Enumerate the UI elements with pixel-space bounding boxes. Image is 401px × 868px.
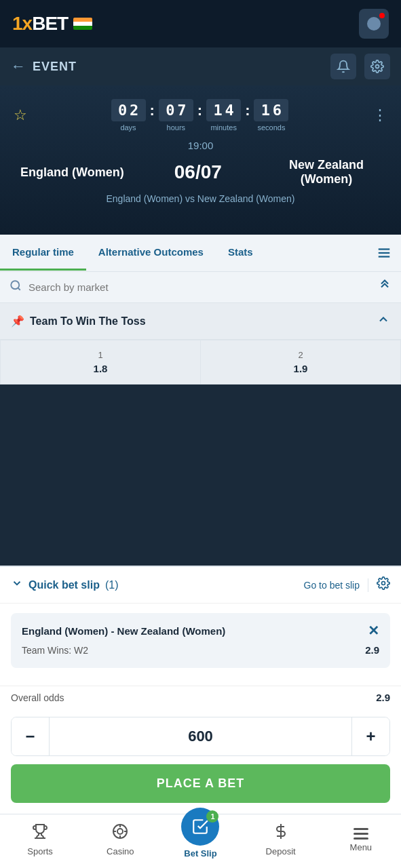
bet-match-name: England (Women) - New Zealand (Women) bbox=[22, 625, 225, 637]
bet-odds-value: 2.9 bbox=[365, 644, 379, 656]
collapse-icon[interactable] bbox=[378, 279, 392, 296]
hours-digit-2: 7 bbox=[177, 102, 187, 119]
bet-slip-actions: Go to bet slip bbox=[304, 576, 391, 593]
bell-button[interactable] bbox=[330, 54, 356, 79]
bet-slip-settings-icon[interactable] bbox=[377, 576, 390, 593]
banner-top-row: ☆ 0 2 days : 0 7 hours : 1 bbox=[14, 99, 387, 132]
svg-line-5 bbox=[18, 288, 20, 290]
search-bar bbox=[0, 272, 401, 303]
hours-digit-1: 0 bbox=[166, 102, 175, 119]
countdown-seconds: 1 6 seconds bbox=[254, 99, 288, 132]
stake-plus-button[interactable]: + bbox=[351, 717, 389, 755]
countdown: 0 2 days : 0 7 hours : 1 4 minutes bbox=[111, 99, 289, 132]
top-header: 1xBET bbox=[0, 0, 401, 47]
profile-button[interactable] bbox=[359, 9, 389, 39]
tab-stats[interactable]: Stats bbox=[216, 235, 265, 271]
team2-name: New Zealand (Women) bbox=[272, 158, 381, 186]
tabs-area: Regular time Alternative Outcomes Stats bbox=[0, 235, 401, 272]
match-banner: ☆ 0 2 days : 0 7 hours : 1 bbox=[0, 85, 401, 235]
notification-dot bbox=[379, 13, 385, 18]
market-collapse-icon[interactable] bbox=[377, 313, 390, 330]
sep1: : bbox=[150, 102, 155, 132]
event-header: ← EVENT bbox=[0, 47, 401, 85]
nav-menu[interactable]: Menu bbox=[337, 828, 385, 852]
remove-bet-button[interactable]: ✕ bbox=[368, 623, 379, 639]
nav-casino[interactable]: Casino bbox=[96, 823, 144, 856]
pin-icon: 📌 bbox=[11, 315, 24, 328]
market-name: Team To Win The Toss bbox=[30, 315, 146, 328]
overall-odds-row: Overall odds 2.9 bbox=[0, 686, 401, 709]
nav-deposit[interactable]: Deposit bbox=[257, 823, 305, 856]
match-teams: England (Women) 06/07 New Zealand (Women… bbox=[14, 158, 387, 186]
place-bet-button[interactable]: PLACE A BET bbox=[11, 764, 390, 803]
nav-sports[interactable]: Sports bbox=[16, 823, 64, 856]
odds-button-2[interactable]: 2 1.9 bbox=[200, 340, 401, 384]
match-subtitle: England (Women) vs New Zealand (Women) bbox=[14, 193, 387, 204]
days-digit-1: 0 bbox=[118, 102, 128, 119]
market-header: 📌 Team To Win The Toss bbox=[0, 303, 401, 340]
odds-button-1[interactable]: 1 1.8 bbox=[0, 340, 200, 384]
tabs-menu-icon[interactable] bbox=[367, 235, 401, 271]
bet-market-label: Team Wins: W2 bbox=[22, 645, 88, 656]
team1-name: England (Women) bbox=[20, 165, 124, 180]
minutes-digit-1: 1 bbox=[213, 102, 223, 119]
tab-regular-time[interactable]: Regular time bbox=[0, 235, 86, 271]
tabs-row: Regular time Alternative Outcomes Stats bbox=[0, 235, 401, 271]
stake-row: − + bbox=[11, 717, 390, 756]
divider bbox=[368, 578, 368, 592]
menu-icon bbox=[354, 828, 368, 840]
logo-area: 1xBET bbox=[12, 13, 92, 35]
nav-casino-label: Casino bbox=[107, 846, 134, 856]
bet-slip-toggle[interactable]: Quick bet slip (1) bbox=[11, 577, 118, 593]
match-time: 19:00 bbox=[14, 140, 387, 151]
overall-odds-label: Overall odds bbox=[11, 692, 64, 703]
quick-bet-slip: Quick bet slip (1) Go to bet slip Englan… bbox=[0, 566, 401, 814]
bottom-nav: Sports Casino 1 Bet Slip bbox=[0, 814, 401, 868]
svg-point-0 bbox=[376, 65, 379, 68]
market-odds-row: 1 1.8 2 1.9 bbox=[0, 340, 401, 384]
chevron-down-icon bbox=[11, 577, 23, 593]
event-title: EVENT bbox=[33, 60, 77, 74]
back-button[interactable]: ← EVENT bbox=[11, 58, 77, 75]
svg-point-4 bbox=[11, 281, 19, 289]
countdown-minutes: 1 4 minutes bbox=[206, 99, 241, 132]
flag-icon bbox=[73, 18, 92, 30]
hours-label: hours bbox=[167, 123, 186, 132]
bet-market-row: Team Wins: W2 2.9 bbox=[22, 644, 379, 656]
stake-minus-button[interactable]: − bbox=[12, 717, 50, 755]
nav-bet-slip-label: Bet Slip bbox=[184, 848, 216, 859]
back-arrow-icon: ← bbox=[11, 58, 26, 75]
days-digit-2: 2 bbox=[130, 102, 139, 119]
search-input[interactable] bbox=[28, 281, 371, 293]
sep2: : bbox=[197, 102, 202, 132]
search-icon bbox=[9, 279, 22, 295]
bet-slip-body: England (Women) - New Zealand (Women) ✕ … bbox=[0, 604, 401, 686]
market-section: 📌 Team To Win The Toss 1 1.8 2 1.9 bbox=[0, 303, 401, 384]
seconds-label: seconds bbox=[257, 123, 285, 132]
casino-icon bbox=[112, 823, 128, 844]
overall-odds-value: 2.9 bbox=[376, 692, 390, 703]
stake-input[interactable] bbox=[50, 718, 351, 755]
nav-menu-label: Menu bbox=[350, 842, 373, 852]
tab-alternative-outcomes[interactable]: Alternative Outcomes bbox=[86, 235, 216, 271]
go-to-bet-slip-link[interactable]: Go to bet slip bbox=[304, 580, 360, 591]
bet-count: (1) bbox=[105, 579, 119, 591]
trophy-icon bbox=[32, 823, 48, 844]
favorite-star-icon[interactable]: ☆ bbox=[14, 106, 27, 124]
countdown-hours: 0 7 hours bbox=[159, 99, 193, 132]
dollar-icon bbox=[273, 823, 289, 844]
seconds-digit-1: 1 bbox=[261, 102, 270, 119]
minutes-digit-2: 4 bbox=[225, 102, 234, 119]
svg-point-6 bbox=[382, 582, 385, 585]
bet-slip-title: Quick bet slip bbox=[28, 579, 100, 591]
nav-bet-slip[interactable]: 1 Bet Slip bbox=[176, 821, 224, 859]
more-options-icon[interactable]: ⋮ bbox=[373, 106, 387, 124]
bet-slip-header: Quick bet slip (1) Go to bet slip bbox=[0, 567, 401, 604]
nav-deposit-label: Deposit bbox=[266, 846, 296, 856]
logo: 1xBET bbox=[12, 13, 68, 35]
header-icons bbox=[330, 54, 390, 79]
settings-button[interactable] bbox=[364, 54, 390, 79]
sep3: : bbox=[245, 102, 250, 132]
nav-sports-label: Sports bbox=[27, 846, 53, 856]
countdown-days: 0 2 days bbox=[111, 99, 146, 132]
